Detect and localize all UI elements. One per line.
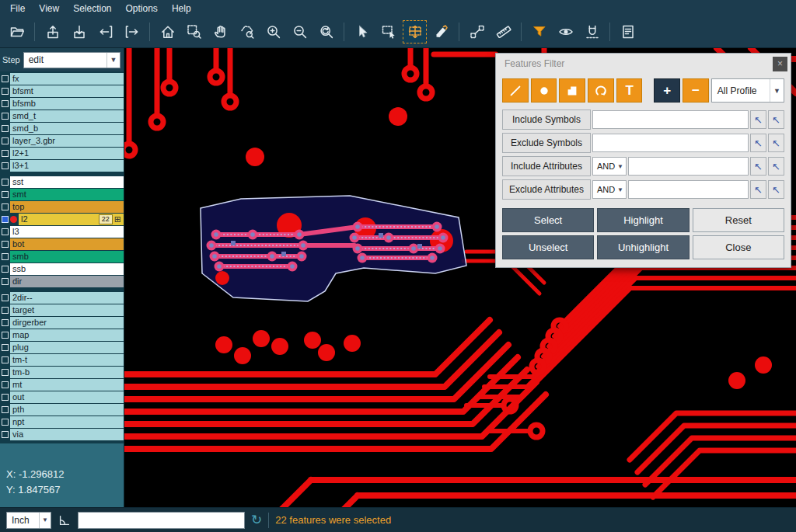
layer-name[interactable]: smd_t [10, 110, 124, 122]
layer-row-tm-t[interactable]: tm-t [0, 354, 124, 366]
layer-name[interactable]: plug [10, 342, 124, 353]
angle-measure-icon[interactable] [58, 513, 72, 527]
refresh-icon[interactable]: ↻ [251, 513, 262, 527]
layer-checkbox[interactable] [2, 278, 9, 285]
exclude-attributes-pick-add-icon[interactable]: ↖ [768, 180, 784, 199]
exclude-symbols-pick-add-icon[interactable]: ↖ [768, 134, 784, 152]
layer-name[interactable]: bfsmt [10, 85, 124, 97]
layer-grid-icon[interactable]: ⊞ [114, 215, 121, 224]
layer-row-via[interactable]: via [0, 429, 124, 440]
layer-row-smt[interactable]: smt [0, 189, 124, 200]
menu-file[interactable]: File [3, 2, 32, 16]
exclude-attributes-and-select[interactable]: AND▼ [592, 180, 627, 199]
reset-button[interactable]: Reset [693, 208, 784, 232]
layer-name[interactable]: l222⊞ [19, 214, 124, 225]
layer-row-bfsmb[interactable]: bfsmb [0, 98, 124, 110]
exclude-symbols-input[interactable] [592, 134, 749, 152]
layer-row-l2[interactable]: l222⊞ [0, 214, 124, 225]
include-attributes-label-button[interactable]: Include Attributes [502, 156, 591, 176]
features-filter-button[interactable] [526, 19, 552, 44]
layer-row-tm-b[interactable]: tm-b [0, 367, 124, 378]
layer-name[interactable]: tm-t [10, 354, 124, 366]
layer-checkbox[interactable] [2, 253, 9, 260]
layer-name[interactable]: via [10, 429, 124, 440]
home-button[interactable] [155, 19, 180, 44]
layer-checkbox[interactable] [2, 319, 9, 326]
layer-checkbox[interactable] [2, 344, 9, 351]
surface-tool-button[interactable] [559, 78, 585, 103]
layer-checkbox[interactable] [2, 162, 9, 169]
layer-checkbox[interactable] [2, 431, 9, 438]
include-attributes-pick-add-icon[interactable]: ↖ [768, 157, 784, 176]
layer-name[interactable]: fx [10, 73, 124, 85]
layer-row-l3+1[interactable]: l3+1 [0, 160, 124, 172]
open-folder-button[interactable] [4, 19, 30, 44]
layer-name[interactable]: tm-b [10, 367, 124, 378]
select-cursor-button[interactable] [349, 19, 375, 44]
layer-checkbox[interactable] [2, 216, 9, 223]
layer-checkbox[interactable] [2, 294, 9, 301]
layer-row-out[interactable]: out [0, 391, 124, 403]
unselect-button[interactable]: Unselect [502, 235, 594, 259]
layer-checkbox[interactable] [2, 266, 9, 273]
menu-help[interactable]: Help [165, 2, 198, 16]
highlight-button[interactable]: Highlight [597, 208, 689, 232]
layer-name[interactable]: 2dir-- [10, 292, 124, 304]
chevron-down-icon[interactable]: ▼ [770, 79, 784, 102]
layer-checkbox[interactable] [2, 369, 9, 376]
layer-row-npt[interactable]: npt [0, 416, 124, 428]
layer-row-2dir--[interactable]: 2dir-- [0, 292, 124, 304]
layer-row-mt[interactable]: mt [0, 379, 124, 391]
layer-row-pth[interactable]: pth [0, 404, 124, 416]
zoom-reset-button[interactable] [313, 19, 339, 44]
layer-row-target[interactable]: target [0, 304, 124, 316]
chevron-down-icon[interactable]: ▼ [106, 53, 120, 68]
layer-name[interactable]: npt [10, 416, 124, 428]
units-select[interactable]: Inch ▼ [6, 512, 51, 529]
layer-checkbox[interactable] [2, 75, 9, 82]
layer-name[interactable]: sst [10, 176, 124, 188]
layer-row-top[interactable]: top [0, 201, 124, 213]
measure-point-button[interactable] [464, 19, 490, 44]
layer-checkbox[interactable] [2, 307, 9, 314]
layer-row-ssb[interactable]: ssb [0, 263, 124, 275]
pad-tool-button[interactable] [531, 78, 557, 103]
exclude-attributes-input[interactable] [628, 180, 749, 199]
exclude-symbols-pick-icon[interactable]: ↖ [750, 134, 766, 152]
layer-row-map[interactable]: map [0, 329, 124, 341]
arc-tool-button[interactable] [588, 78, 614, 103]
step-select[interactable]: edit ▼ [23, 52, 120, 68]
exclude-attributes-label-button[interactable]: Exclude Attributes [502, 179, 591, 200]
layer-checkbox[interactable] [2, 88, 9, 95]
chevron-down-icon[interactable]: ▼ [39, 513, 51, 528]
menu-options[interactable]: Options [119, 2, 165, 16]
layer-name[interactable]: pth [10, 404, 124, 416]
layer-checkbox[interactable] [2, 113, 9, 120]
select-rect-button[interactable] [375, 19, 401, 44]
zoom-polygon-button[interactable] [234, 19, 260, 44]
text-tool-button[interactable]: T [616, 78, 643, 103]
layer-checkbox[interactable] [2, 228, 9, 235]
command-input[interactable] [78, 512, 245, 529]
layer-row-smd_t[interactable]: smd_t [0, 110, 124, 122]
layer-name[interactable]: out [10, 391, 124, 403]
layer-name[interactable]: smb [10, 251, 124, 263]
remove-filter-button[interactable]: − [683, 78, 709, 103]
layer-name[interactable]: mt [10, 379, 124, 391]
profile-select[interactable]: All Profile ▼ [711, 78, 784, 103]
layer-name[interactable]: ssb [10, 263, 124, 275]
include-attributes-and-select[interactable]: AND▼ [592, 157, 627, 176]
menu-selection[interactable]: Selection [66, 2, 118, 16]
layer-row-plug[interactable]: plug [0, 342, 124, 353]
layer-checkbox[interactable] [2, 332, 9, 339]
exclude-attributes-pick-icon[interactable]: ↖ [750, 180, 766, 199]
pan-hand-button[interactable] [208, 19, 233, 44]
layer-checkbox[interactable] [2, 394, 9, 401]
zoom-in-button[interactable] [260, 19, 286, 44]
import-box-down-button[interactable] [66, 19, 92, 44]
layer-checkbox[interactable] [2, 406, 9, 413]
layer-row-fx[interactable]: fx [0, 73, 124, 85]
close-button[interactable]: Close [693, 235, 784, 259]
line-tool-button[interactable] [502, 78, 529, 103]
layer-checkbox[interactable] [2, 100, 9, 107]
